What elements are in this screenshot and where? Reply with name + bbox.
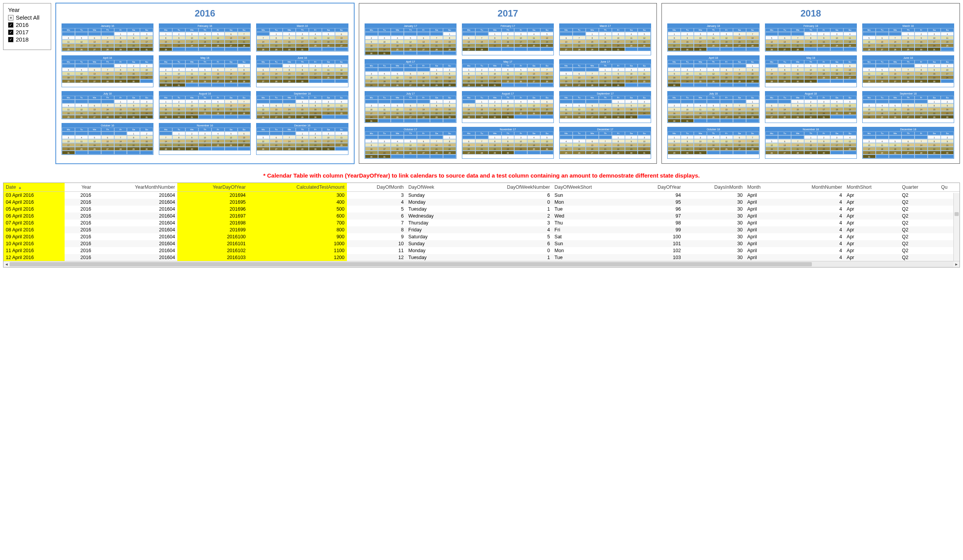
day-cell[interactable] [378, 68, 391, 71]
day-cell[interactable]: 14 [238, 36, 251, 40]
day-cell[interactable]: 5 [75, 36, 88, 40]
day-cell[interactable]: 13 [720, 71, 733, 75]
day-cell[interactable]: 3 [198, 131, 212, 135]
col-header-DayOfYear[interactable]: DayOfYear [631, 183, 683, 192]
col-header-MonthNumber[interactable]: MonthNumber [779, 183, 845, 192]
day-cell[interactable]: 10 [863, 107, 876, 111]
day-cell[interactable]: 9 [941, 139, 954, 143]
day-cell[interactable]: 6 [540, 100, 553, 103]
day-cell[interactable]: 14 [746, 36, 759, 40]
day-cell[interactable]: 12 [560, 75, 573, 79]
day-cell[interactable]: 15 [668, 40, 681, 43]
day-cell[interactable]: 23 [488, 111, 501, 115]
day-cell[interactable]: 29 [612, 151, 625, 155]
scroll-right-icon[interactable]: ► [953, 262, 960, 266]
month-december-2017[interactable]: December 17MoTuWeThFrSaSu123456789101112… [559, 127, 651, 159]
day-cell[interactable]: 26 [573, 151, 586, 155]
day-cell[interactable]: 26 [514, 79, 527, 83]
day-cell[interactable]: 4 [876, 139, 889, 143]
day-cell[interactable]: 19 [720, 40, 733, 43]
day-cell[interactable]: 28 [733, 79, 746, 83]
day-cell[interactable]: 28 [746, 43, 759, 47]
col-header-MonthShort[interactable]: MonthShort [845, 183, 900, 192]
day-cell[interactable]: 21 [889, 43, 902, 47]
day-cell[interactable]: 18 [378, 111, 391, 115]
day-cell[interactable] [127, 151, 140, 155]
table-row[interactable]: 05 April 201620162016042016965005Tuesday… [3, 206, 960, 213]
month-january-2018[interactable]: January 18MoTuWeThFrSaSu1234567891011121… [667, 23, 759, 52]
day-cell[interactable]: 4 [707, 32, 720, 36]
day-cell[interactable]: 25 [863, 79, 876, 83]
day-cell[interactable]: 13 [225, 103, 238, 107]
day-cell[interactable]: 21 [746, 40, 759, 43]
day-cell[interactable]: 17 [322, 107, 335, 111]
day-cell[interactable]: 1 [612, 135, 625, 139]
day-cell[interactable]: 1 [430, 100, 443, 103]
day-cell[interactable]: 30 [443, 83, 456, 87]
day-cell[interactable]: 31 [928, 47, 941, 51]
day-cell[interactable]: 29 [443, 47, 456, 51]
day-cell[interactable]: 17 [140, 71, 153, 75]
day-cell[interactable]: 20 [901, 111, 915, 115]
day-cell[interactable]: 29 [791, 115, 804, 119]
day-cell[interactable]: 21 [475, 147, 488, 151]
day-cell[interactable]: 20 [238, 139, 251, 143]
day-cell[interactable]: 19 [335, 71, 348, 75]
day-cell[interactable]: 23 [501, 43, 515, 47]
day-cell[interactable]: 16 [928, 71, 941, 75]
day-cell[interactable]: 4 [185, 68, 198, 71]
day-cell[interactable]: 17 [681, 75, 694, 79]
day-cell[interactable] [378, 135, 391, 139]
day-cell[interactable]: 23 [296, 75, 309, 79]
day-cell[interactable]: 19 [573, 147, 586, 151]
day-cell[interactable]: 22 [778, 75, 791, 79]
day-cell[interactable] [75, 151, 88, 155]
day-cell[interactable]: 16 [127, 71, 140, 75]
day-cell[interactable]: 9 [172, 103, 185, 107]
day-cell[interactable] [668, 64, 681, 68]
day-cell[interactable]: 24 [172, 79, 185, 83]
day-cell[interactable]: 5 [707, 68, 720, 71]
day-cell[interactable] [625, 47, 638, 51]
day-cell[interactable]: 27 [843, 75, 856, 79]
day-cell[interactable]: 17 [638, 107, 651, 111]
day-cell[interactable]: 22 [791, 111, 804, 115]
day-cell[interactable]: 23 [127, 75, 140, 79]
day-cell[interactable]: 6 [901, 139, 915, 143]
day-cell[interactable]: 19 [830, 71, 843, 75]
day-cell[interactable] [733, 64, 746, 68]
table-row[interactable]: 10 April 201620162016042016101100010Sund… [3, 240, 960, 247]
day-cell[interactable]: 31 [501, 115, 515, 119]
day-cell[interactable]: 22 [430, 111, 443, 115]
day-cell[interactable]: 6 [404, 103, 417, 107]
day-cell[interactable]: 5 [75, 103, 88, 107]
day-cell[interactable]: 20 [417, 147, 430, 151]
day-cell[interactable]: 21 [746, 143, 759, 147]
day-cell[interactable]: 19 [212, 40, 225, 43]
day-cell[interactable]: 21 [733, 75, 746, 79]
day-cell[interactable]: 9 [791, 68, 804, 71]
day-cell[interactable]: 11 [378, 107, 391, 111]
day-cell[interactable] [322, 79, 335, 83]
day-cell[interactable]: 12 [391, 75, 404, 79]
day-cell[interactable]: 11 [830, 103, 843, 107]
day-cell[interactable]: 7 [238, 32, 251, 36]
day-cell[interactable]: 15 [114, 107, 127, 111]
day-cell[interactable]: 16 [365, 147, 378, 151]
day-cell[interactable]: 14 [270, 71, 283, 75]
day-cell[interactable]: 24 [830, 43, 843, 47]
day-cell[interactable]: 21 [573, 43, 586, 47]
day-cell[interactable]: 18 [941, 40, 954, 43]
day-cell[interactable]: 19 [322, 40, 335, 43]
day-cell[interactable]: 15 [296, 139, 309, 143]
day-cell[interactable]: 29 [475, 115, 488, 119]
day-cell[interactable]: 22 [804, 43, 817, 47]
day-cell[interactable]: 10 [804, 68, 817, 71]
day-cell[interactable]: 2 [612, 68, 625, 71]
day-cell[interactable]: 24 [514, 43, 527, 47]
day-cell[interactable]: 5 [257, 103, 270, 107]
day-cell[interactable]: 2 [817, 135, 830, 139]
day-cell[interactable] [62, 32, 75, 36]
day-cell[interactable] [404, 68, 417, 71]
day-cell[interactable]: 6 [225, 32, 238, 36]
